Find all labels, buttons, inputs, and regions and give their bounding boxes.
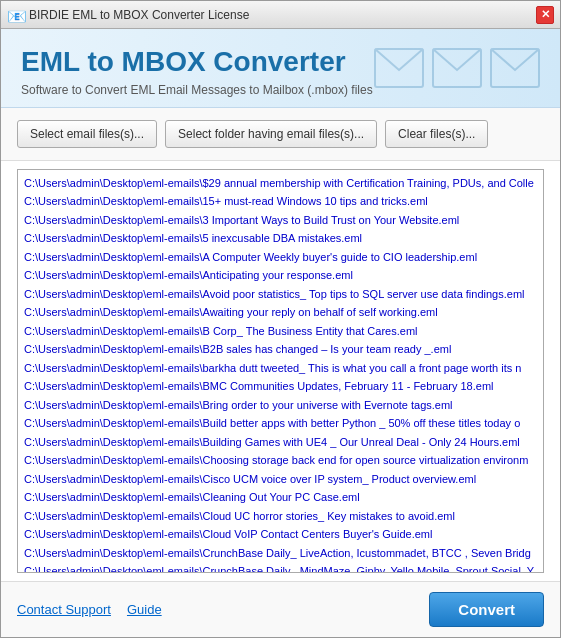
list-item: C:\Users\admin\Desktop\eml-emails\Buildi…	[20, 433, 544, 452]
title-bar: 📧 BIRDIE EML to MBOX Converter License ✕	[1, 1, 560, 29]
envelope-icon-2	[432, 48, 482, 88]
file-list-container[interactable]: C:\Users\admin\Desktop\eml-emails\$29 an…	[17, 169, 544, 573]
main-window: 📧 BIRDIE EML to MBOX Converter License ✕…	[0, 0, 561, 638]
footer: Contact Support Guide Convert	[1, 581, 560, 637]
clear-files-button[interactable]: Clear files(s)...	[385, 120, 488, 148]
header-area: EML to MBOX Converter Software to Conver…	[1, 29, 560, 108]
list-item: C:\Users\admin\Desktop\eml-emails\Antici…	[20, 266, 544, 285]
app-icon: 📧	[7, 7, 23, 23]
list-item: C:\Users\admin\Desktop\eml-emails\3 Impo…	[20, 211, 544, 230]
list-item: C:\Users\admin\Desktop\eml-emails\Avoid …	[20, 285, 544, 304]
contact-support-link[interactable]: Contact Support	[17, 602, 111, 617]
select-folder-button[interactable]: Select folder having email files(s)...	[165, 120, 377, 148]
list-item: C:\Users\admin\Desktop\eml-emails\$29 an…	[20, 174, 544, 193]
select-files-button[interactable]: Select email files(s)...	[17, 120, 157, 148]
list-item: C:\Users\admin\Desktop\eml-emails\Awaiti…	[20, 303, 544, 322]
list-item: C:\Users\admin\Desktop\eml-emails\Cloud …	[20, 525, 544, 544]
list-item: C:\Users\admin\Desktop\eml-emails\B2B sa…	[20, 340, 544, 359]
list-item: C:\Users\admin\Desktop\eml-emails\Cleani…	[20, 488, 544, 507]
envelope-icon-3	[490, 48, 540, 88]
list-item: C:\Users\admin\Desktop\eml-emails\Cloud …	[20, 507, 544, 526]
close-button[interactable]: ✕	[536, 6, 554, 24]
header-icons	[374, 48, 540, 88]
footer-links: Contact Support Guide	[17, 602, 162, 617]
list-item: C:\Users\admin\Desktop\eml-emails\A Comp…	[20, 248, 544, 267]
list-item: C:\Users\admin\Desktop\eml-emails\Build …	[20, 414, 544, 433]
toolbar: Select email files(s)... Select folder h…	[1, 108, 560, 161]
title-bar-text: BIRDIE EML to MBOX Converter License	[29, 8, 249, 22]
list-item: C:\Users\admin\Desktop\eml-emails\Crunch…	[20, 562, 544, 573]
list-item: C:\Users\admin\Desktop\eml-emails\Cisco …	[20, 470, 544, 489]
guide-link[interactable]: Guide	[127, 602, 162, 617]
list-item: C:\Users\admin\Desktop\eml-emails\Crunch…	[20, 544, 544, 563]
envelope-icon-1	[374, 48, 424, 88]
title-bar-left: 📧 BIRDIE EML to MBOX Converter License	[7, 7, 249, 23]
list-item: C:\Users\admin\Desktop\eml-emails\15+ mu…	[20, 192, 544, 211]
file-list-area: C:\Users\admin\Desktop\eml-emails\$29 an…	[1, 161, 560, 581]
list-item: C:\Users\admin\Desktop\eml-emails\barkha…	[20, 359, 544, 378]
file-list: C:\Users\admin\Desktop\eml-emails\$29 an…	[18, 170, 544, 573]
list-item: C:\Users\admin\Desktop\eml-emails\Choosi…	[20, 451, 544, 470]
list-item: C:\Users\admin\Desktop\eml-emails\Bring …	[20, 396, 544, 415]
list-item: C:\Users\admin\Desktop\eml-emails\B Corp…	[20, 322, 544, 341]
convert-button[interactable]: Convert	[429, 592, 544, 627]
list-item: C:\Users\admin\Desktop\eml-emails\5 inex…	[20, 229, 544, 248]
list-item: C:\Users\admin\Desktop\eml-emails\BMC Co…	[20, 377, 544, 396]
